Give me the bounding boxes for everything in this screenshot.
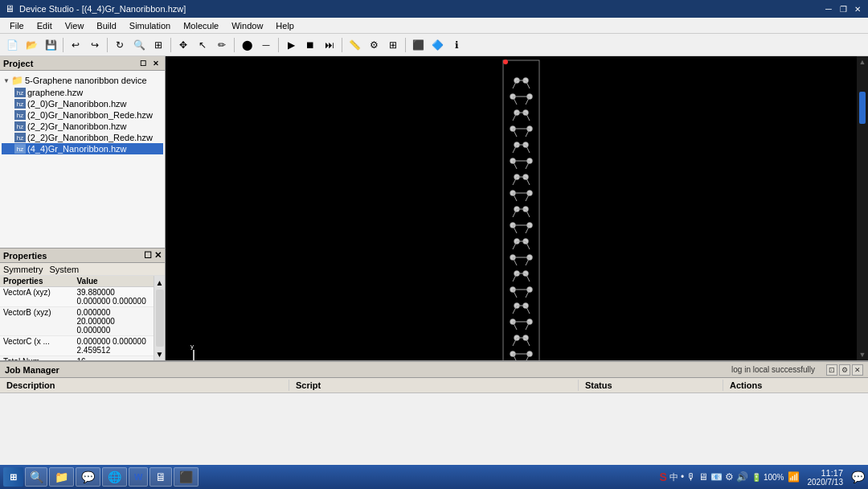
close-button[interactable]: ✕ — [852, 3, 863, 14]
menu-help[interactable]: Help — [269, 19, 301, 32]
taskbar-chat[interactable]: 💬 — [76, 467, 100, 487]
tray-icon-monitor: 🖥 — [698, 471, 708, 483]
prop-col-prop: Properties — [3, 277, 77, 286]
project-close-button[interactable]: ✕ — [150, 58, 162, 69]
taskbar-browser[interactable]: 🌐 — [102, 467, 127, 487]
zoom-fit-button[interactable]: ⊞ — [149, 36, 167, 54]
tree-item-22rede[interactable]: hz (2_2)Gr_Nanoribbon_Rede.hzw — [2, 132, 163, 143]
taskbar-word[interactable]: W — [129, 467, 148, 487]
menu-view[interactable]: View — [59, 19, 91, 32]
select-button[interactable]: ↖ — [194, 36, 211, 54]
jt-col-description: Description — [0, 380, 289, 391]
window-title: Device Studio - [(4_4)Gr_Nanoribbon.hzw] — [19, 4, 186, 14]
prop-col-value: Value — [77, 277, 151, 286]
prop-row-vectorc: VectorC (x ... 0.000000 0.000000 2.45951… — [0, 336, 154, 356]
svg-text:y: y — [190, 343, 194, 350]
scroll-up-button[interactable]: ▲ — [154, 276, 166, 289]
notification-icon[interactable]: 💬 — [851, 471, 865, 483]
prop-vectorc-key: VectorC (x ... — [3, 337, 77, 355]
canvas-area[interactable]: x y ▲ ▼ — [166, 56, 868, 360]
tree-item-22[interactable]: hz (2_2)Gr_Nanoribbon.hzw — [2, 121, 163, 132]
job-manager-right: log in local successfully ⊡ ⚙ ✕ — [731, 364, 863, 376]
clock[interactable]: 11:17 2020/7/13 — [803, 468, 849, 487]
jm-float-button[interactable]: ⊡ — [826, 364, 837, 376]
jm-close-button[interactable]: ✕ — [852, 364, 863, 376]
svg-point-2 — [503, 60, 508, 64]
settings-button[interactable]: ⚙ — [365, 36, 383, 54]
menu-molecule[interactable]: Molecule — [177, 19, 225, 32]
toolbar: 📄 📂 💾 ↩ ↪ ↻ 🔍 ⊞ ✥ ↖ ✏ ⬤ ⸺ ▶ ⏹ ⏭ 📏 ⚙ ⊞ ⬛ … — [0, 34, 868, 56]
title-bar: 🖥 Device Studio - [(4_4)Gr_Nanoribbon.hz… — [0, 0, 868, 18]
taskbar-file-explorer[interactable]: 📁 — [49, 467, 74, 487]
tree-item-graphene[interactable]: hz graphene.hzw — [2, 87, 163, 98]
scroll-thumb[interactable] — [859, 92, 866, 124]
battery-percent: 100% — [764, 473, 784, 482]
stop-button[interactable]: ⏹ — [301, 36, 319, 54]
props-close-button[interactable]: ✕ — [154, 250, 162, 260]
menu-edit[interactable]: Edit — [31, 19, 59, 32]
clock-date: 2020/7/13 — [808, 478, 844, 487]
sep2 — [107, 38, 108, 52]
file-icon-4: hz — [14, 121, 26, 131]
props-float-button[interactable]: ☐ — [144, 250, 152, 260]
menu-simulation[interactable]: Simulation — [123, 19, 177, 32]
system-tab[interactable]: System — [50, 265, 80, 274]
jm-settings-button[interactable]: ⚙ — [839, 364, 850, 376]
properties-header: Properties ☐ ✕ — [0, 249, 165, 263]
scroll-down-button[interactable]: ▼ — [154, 347, 166, 360]
project-root-item[interactable]: ▼ 📁 5-Graphene nanoribbon device — [2, 74, 163, 87]
tree-item-44[interactable]: hz (4_4)Gr_Nanoribbon.hzw — [2, 143, 163, 154]
properties-scrollbar[interactable]: ▲ ▼ — [154, 276, 165, 360]
app-icon: 🖥 — [5, 3, 14, 14]
menu-window[interactable]: Window — [225, 19, 269, 32]
play-button[interactable]: ▶ — [282, 36, 300, 54]
tree-item-20[interactable]: hz (2_0)Gr_Nanoribbon.hzw — [2, 98, 163, 109]
scroll-down-arrow[interactable]: ▼ — [859, 351, 866, 359]
periodic-button[interactable]: ⬛ — [409, 36, 427, 54]
taskbar-terminal[interactable]: ⬛ — [174, 467, 199, 487]
atom-button[interactable]: ⬤ — [238, 36, 256, 54]
zoom-in-button[interactable]: 🔍 — [130, 36, 148, 54]
taskbar-device-studio[interactable]: 🖥 — [149, 467, 172, 487]
properties-table: Properties Value VectorA (xyz) 39.880000… — [0, 276, 154, 360]
undo-button[interactable]: ↩ — [67, 36, 84, 54]
network-icon: 📶 — [788, 471, 800, 483]
minimize-button[interactable]: ─ — [823, 3, 834, 14]
tray-icon-s: S — [660, 471, 667, 483]
symmetry-tab[interactable]: Symmetry — [3, 265, 43, 274]
grid-button[interactable]: ⊞ — [384, 36, 402, 54]
new-button[interactable]: 📄 — [3, 36, 21, 54]
scroll-up-arrow[interactable]: ▲ — [859, 58, 866, 66]
measure-button[interactable]: 📏 — [346, 36, 363, 54]
bond-button[interactable]: ⸺ — [257, 36, 275, 54]
move-button[interactable]: ✥ — [174, 36, 192, 54]
info-button[interactable]: ℹ — [448, 36, 465, 54]
file-label-5: (2_2)Gr_Nanoribbon_Rede.hzw — [27, 133, 153, 142]
rotate-button[interactable]: ↻ — [111, 36, 129, 54]
step-button[interactable]: ⏭ — [321, 36, 338, 54]
tray-icon-settings: ⚙ — [725, 471, 734, 483]
properties-sub-header: Symmetry System — [0, 263, 165, 276]
prop-vectorb-val: 0.000000 20.000000 0.000000 — [77, 308, 151, 335]
redo-button[interactable]: ↪ — [86, 36, 104, 54]
save-button[interactable]: 💾 — [42, 36, 59, 54]
menu-build[interactable]: Build — [90, 19, 122, 32]
tree-item-20rede[interactable]: hz (2_0)Gr_Nanoribbon_Rede.hzw — [2, 109, 163, 121]
jt-col-actions: Actions — [723, 380, 868, 391]
restore-button[interactable]: ❐ — [837, 3, 849, 14]
sep1 — [63, 38, 63, 52]
window-controls: ─ ❐ ✕ — [823, 3, 863, 14]
prop-vectorb-key: VectorB (xyz) — [3, 308, 77, 335]
open-button[interactable]: 📂 — [23, 36, 40, 54]
tray-icon-mic: 🎙 — [686, 471, 696, 483]
start-button[interactable]: ⊞ — [3, 467, 23, 487]
view3d-button[interactable]: 🔷 — [428, 36, 446, 54]
menu-file[interactable]: File — [3, 19, 31, 32]
file-label-2: (2_0)Gr_Nanoribbon.hzw — [27, 99, 127, 109]
canvas-scrollbar[interactable]: ▲ ▼ — [857, 56, 868, 360]
prop-vectora-val: 39.880000 0.000000 0.000000 — [77, 288, 151, 306]
project-float-button[interactable]: ☐ — [137, 58, 149, 69]
draw-button[interactable]: ✏ — [213, 36, 231, 54]
jt-col-script: Script — [289, 380, 579, 391]
taskbar-search[interactable]: 🔍 — [25, 467, 47, 487]
